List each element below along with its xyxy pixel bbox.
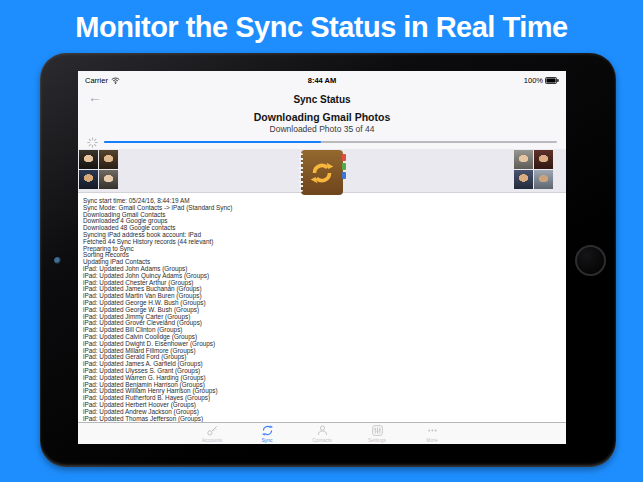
tab-label: More: [426, 437, 437, 443]
app-store-screenshot: Monitor the Sync Status in Real Time Car…: [0, 0, 643, 482]
person-icon: [316, 424, 329, 437]
photo-sync-strip: [78, 149, 566, 193]
download-progress-row: [78, 135, 566, 149]
synced-photos-left: [79, 150, 118, 189]
contact-portrait: [79, 150, 98, 169]
front-camera-icon: [54, 257, 61, 264]
sync-arrows-icon: [261, 424, 274, 437]
activity-spinner-icon: [87, 137, 98, 148]
contact-portrait: [99, 170, 118, 189]
contact-portrait: [514, 150, 533, 169]
clock-label: 8:44 AM: [78, 76, 566, 85]
tab-more[interactable]: More: [405, 423, 460, 443]
tab-label: Settings: [368, 437, 386, 443]
spiral-binding: [299, 153, 303, 192]
notebook-tabs: [342, 154, 346, 184]
tab-label: Contacts: [312, 437, 332, 443]
contact-portrait: [534, 150, 553, 169]
tab-label: Accounts: [202, 437, 223, 443]
home-button[interactable]: [575, 245, 606, 276]
sync-arrows-glyph: [310, 161, 334, 185]
log-line: Sorting Records: [83, 252, 566, 259]
tab-accounts[interactable]: Accounts: [185, 423, 240, 443]
progress-bar: [104, 141, 557, 143]
progress-fill: [104, 141, 321, 143]
log-line: Preparing to Sync: [83, 246, 566, 253]
contact-portrait: [514, 170, 533, 189]
sliders-icon: [371, 424, 384, 437]
log-line: Fetched 44 Sync History records (44 rele…: [83, 239, 566, 246]
tab-bar: Accounts Sync: [78, 422, 566, 444]
page-title: Sync Status: [78, 94, 566, 105]
marketing-banner: Monitor the Sync Status in Real Time: [0, 0, 643, 54]
download-status-title: Downloading Gmail Photos: [78, 111, 566, 124]
tab-label: Sync: [261, 437, 272, 443]
contact-portrait: [534, 170, 553, 189]
ipad-screen: Carrier 8:44 AM 100% ←: [78, 71, 566, 444]
tab-settings[interactable]: Settings: [350, 423, 405, 443]
sync-log[interactable]: Sync start time: 05/24/16, 8:44:19 AMSyn…: [78, 193, 566, 422]
key-icon: [206, 424, 219, 437]
synced-photos-right: [514, 150, 553, 189]
download-status-subtitle: Downloaded Photo 35 of 44: [78, 124, 566, 135]
tab-sync[interactable]: Sync: [240, 423, 295, 443]
back-button[interactable]: ←: [88, 89, 102, 105]
ipad-device-frame: Carrier 8:44 AM 100% ←: [40, 53, 616, 467]
contact-portrait: [99, 150, 118, 169]
navigation-bar: ← Sync Status: [78, 88, 566, 111]
contact-portrait: [79, 170, 98, 189]
ellipsis-icon: [426, 424, 439, 437]
contacts-sync-notebook-icon: [301, 150, 343, 195]
tab-contacts[interactable]: Contacts: [295, 423, 350, 443]
status-bar: Carrier 8:44 AM 100%: [78, 71, 566, 88]
banner-title: Monitor the Sync Status in Real Time: [75, 11, 567, 44]
